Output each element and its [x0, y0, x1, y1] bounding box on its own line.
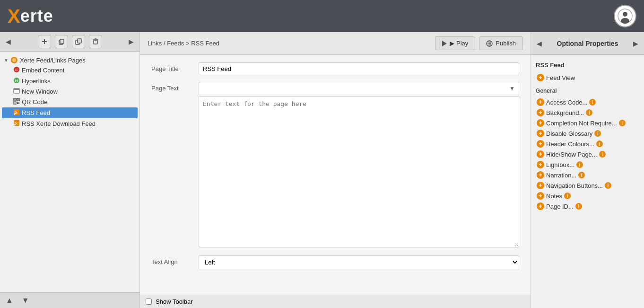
svg-text:E: E: [15, 68, 18, 72]
right-item-hide-show-page[interactable]: + Hide/Show Page... i: [536, 149, 639, 159]
center-panel: Links / Feeds > RSS Feed ▶ Play Publish …: [140, 32, 531, 308]
move-down-button[interactable]: ▼: [20, 295, 31, 306]
toolbar-dropdown-arrow[interactable]: ▼: [509, 85, 515, 92]
qr-code-icon: [13, 98, 20, 106]
new-window-label: New Window: [22, 88, 58, 95]
svg-point-13: [12, 58, 16, 62]
topbar: Xerte: [0, 0, 644, 32]
svg-rect-9: [94, 40, 97, 44]
page-text-textarea[interactable]: [199, 96, 519, 247]
hyperlinks-icon: H: [13, 77, 20, 85]
right-item-narration[interactable]: + Narration... i: [536, 170, 639, 180]
expand-left-btn[interactable]: ▶: [127, 37, 136, 46]
text-align-row: Text Align Left Center Right: [151, 255, 519, 269]
access-code-plus-icon: +: [537, 98, 544, 106]
right-item-lightbox[interactable]: + Lightbox... i: [536, 159, 639, 170]
text-align-control: Left Center Right: [199, 255, 519, 269]
completion-info-icon: i: [619, 120, 626, 126]
tree-item-rss-xerte[interactable]: RSS Xerte Download Feed: [2, 118, 138, 129]
disable-glossary-plus-icon: +: [537, 130, 544, 137]
svg-rect-27: [18, 102, 19, 103]
tree-item-new-window[interactable]: New Window: [2, 87, 138, 97]
header-colours-plus-icon: +: [537, 140, 544, 148]
tree-item-hyperlinks[interactable]: H Hyperlinks: [2, 76, 138, 87]
svg-rect-6: [60, 39, 64, 44]
rss-feed-icon: [13, 109, 20, 117]
svg-rect-29: [18, 103, 19, 104]
copy-item-button[interactable]: [55, 35, 68, 48]
right-item-feed-view[interactable]: + Feed View: [536, 72, 639, 83]
duplicate-item-button[interactable]: [72, 35, 85, 48]
center-header: Links / Feeds > RSS Feed ▶ Play Publish: [140, 32, 531, 55]
disable-glossary-info-icon: i: [594, 130, 601, 137]
logo-x: X: [8, 6, 20, 27]
optional-properties-title: Optional Properties: [557, 40, 618, 47]
right-item-access-code[interactable]: + Access Code... i: [536, 97, 639, 107]
collapse-left-btn[interactable]: ◀: [4, 37, 13, 46]
right-item-background[interactable]: + Background... i: [536, 107, 639, 118]
notes-plus-icon: +: [537, 192, 544, 200]
svg-marker-34: [442, 41, 447, 46]
tree-item-embed-content[interactable]: E Embed Content: [2, 65, 138, 76]
hyperlinks-label: Hyperlinks: [22, 78, 51, 85]
narration-info-icon: i: [578, 172, 585, 178]
show-toolbar-checkbox[interactable]: [146, 299, 152, 305]
delete-item-button[interactable]: [89, 35, 102, 48]
tree-item-qr-code[interactable]: QR Code: [2, 97, 138, 107]
left-bottom: ▲ ▼: [0, 292, 139, 308]
page-id-info-icon: i: [575, 203, 582, 210]
tree-root-icon: [10, 56, 18, 64]
move-up-button[interactable]: ▲: [4, 295, 15, 306]
svg-rect-28: [17, 103, 18, 104]
publish-label: Publish: [496, 40, 516, 47]
lightbox-info-icon: i: [576, 161, 583, 168]
add-item-button[interactable]: [38, 35, 51, 48]
feed-view-label: Feed View: [546, 74, 575, 81]
topbar-right: [614, 5, 636, 27]
narration-label: Narration...: [546, 172, 576, 179]
access-code-info-icon: i: [589, 99, 596, 106]
svg-text:H: H: [15, 79, 18, 83]
page-text-row: Page Text ▼: [151, 82, 519, 249]
hide-show-info-icon: i: [599, 151, 606, 158]
right-item-navigation-buttons[interactable]: + Navigation Buttons... i: [536, 180, 639, 191]
page-id-label: Page ID...: [546, 203, 574, 210]
completion-label: Completion Not Require...: [546, 120, 617, 127]
right-collapse-right-btn[interactable]: ▶: [633, 40, 638, 47]
access-code-label: Access Code...: [546, 99, 587, 106]
hide-show-label: Hide/Show Page...: [546, 151, 597, 158]
page-title-control: [199, 62, 519, 75]
disable-glossary-label: Disable Glossary: [546, 130, 592, 137]
narration-plus-icon: +: [537, 171, 544, 179]
lightbox-label: Lightbox...: [546, 161, 574, 168]
right-item-completion-not-require[interactable]: + Completion Not Require... i: [536, 118, 639, 128]
right-item-notes[interactable]: + Notes i: [536, 191, 639, 201]
right-item-disable-glossary[interactable]: + Disable Glossary i: [536, 128, 639, 139]
play-button[interactable]: ▶ Play: [435, 36, 475, 50]
tree-area: ▼ Xerte Feed/Links Pages E Embed Content…: [0, 52, 139, 292]
page-title-label: Page Title: [151, 62, 199, 72]
tree-item-rss-feed[interactable]: RSS Feed: [2, 107, 138, 118]
avatar[interactable]: [614, 5, 636, 27]
breadcrumb: Links / Feeds > RSS Feed: [148, 40, 219, 47]
feed-view-plus-icon: +: [537, 74, 544, 81]
left-toolbar: ◀ ▶: [0, 32, 139, 52]
show-toolbar-label[interactable]: Show Toolbar: [156, 298, 193, 305]
svg-rect-23: [18, 99, 19, 100]
page-title-input[interactable]: [199, 62, 519, 75]
svg-rect-26: [17, 102, 18, 103]
text-align-select[interactable]: Left Center Right: [199, 255, 519, 269]
right-item-header-colours[interactable]: + Header Colours... i: [536, 139, 639, 149]
avatar-icon: [618, 9, 633, 24]
play-icon: [442, 41, 447, 46]
tree-root[interactable]: ▼ Xerte Feed/Links Pages: [2, 55, 138, 65]
right-item-page-id[interactable]: + Page ID... i: [536, 201, 639, 211]
hide-show-plus-icon: +: [537, 150, 544, 158]
svg-rect-21: [15, 99, 16, 100]
page-title-row: Page Title: [151, 62, 519, 75]
right-collapse-left-btn[interactable]: ◀: [537, 40, 542, 47]
publish-button[interactable]: Publish: [479, 36, 523, 50]
svg-rect-25: [15, 103, 16, 104]
svg-rect-19: [14, 88, 19, 90]
center-content: Page Title Page Text ▼ Text Align: [140, 55, 531, 295]
